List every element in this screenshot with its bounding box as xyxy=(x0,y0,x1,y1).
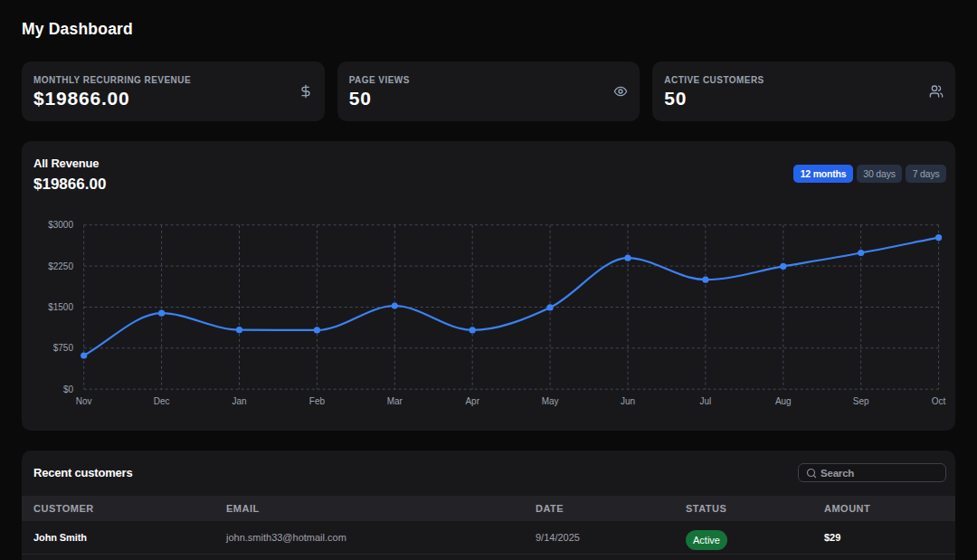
svg-text:Feb: Feb xyxy=(309,396,326,406)
svg-text:Oct: Oct xyxy=(932,396,946,406)
svg-text:$2250: $2250 xyxy=(48,261,73,271)
svg-text:Mar: Mar xyxy=(387,396,403,406)
svg-text:Jun: Jun xyxy=(621,396,635,406)
svg-text:$750: $750 xyxy=(53,343,74,353)
svg-text:Nov: Nov xyxy=(76,396,92,406)
svg-text:Dec: Dec xyxy=(154,396,170,406)
svg-text:May: May xyxy=(542,396,559,406)
svg-text:$0: $0 xyxy=(63,384,74,394)
svg-text:Aug: Aug xyxy=(775,396,792,406)
svg-text:$3000: $3000 xyxy=(48,220,73,230)
svg-text:Apr: Apr xyxy=(465,396,479,406)
svg-text:Sep: Sep xyxy=(853,396,869,406)
svg-text:Jan: Jan xyxy=(232,396,246,406)
svg-text:Jul: Jul xyxy=(700,396,712,406)
svg-text:$1500: $1500 xyxy=(48,302,73,312)
